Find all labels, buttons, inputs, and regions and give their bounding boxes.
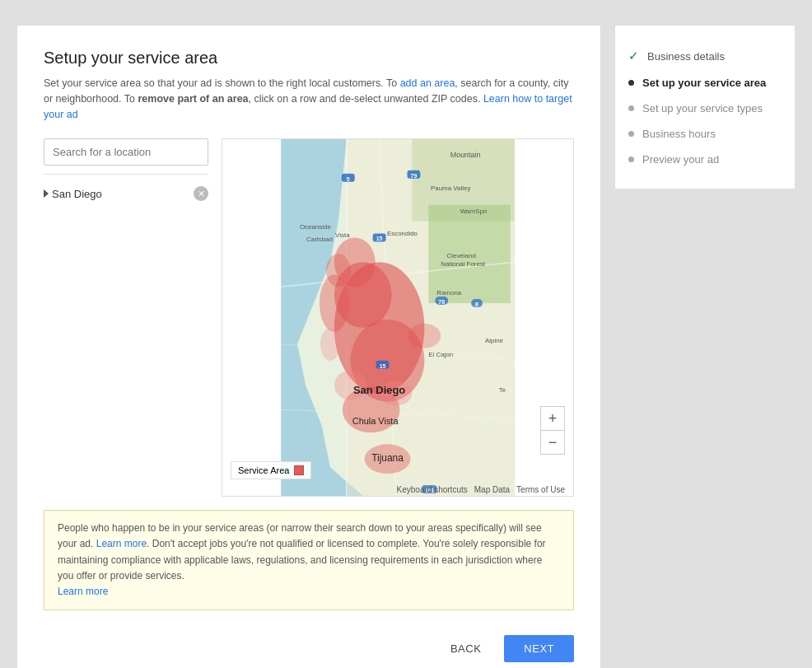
sidebar-card: ✓ Business details Set up your service a…	[614, 25, 796, 189]
learn-more-link1[interactable]: Learn more	[96, 538, 147, 549]
map-data-link[interactable]: Map Data	[474, 485, 510, 494]
legend-label: Service Area	[238, 465, 289, 475]
svg-text:WarnSpri: WarnSpri	[460, 208, 488, 215]
sidebar-item-hours: Business hours	[628, 121, 782, 147]
zoom-out-button[interactable]: −	[541, 431, 564, 454]
outer-wrapper: Setup your service area Set your service…	[16, 16, 796, 668]
svg-text:Cleveland: Cleveland	[446, 253, 475, 260]
svg-text:Escondido: Escondido	[387, 231, 418, 238]
desc-text1: Set your service area so that your ad is…	[44, 77, 400, 89]
map-svg: 5 79 15 Mountain Pauma Valley Oceanside …	[222, 139, 573, 496]
zoom-in-button[interactable]: +	[541, 407, 564, 430]
svg-text:Ramona: Ramona	[436, 289, 462, 297]
inactive-dot-2	[628, 131, 634, 137]
svg-text:Mountain: Mountain	[450, 151, 481, 159]
info-box: People who happen to be in your service …	[44, 510, 574, 610]
svg-text:Tijuana: Tijuana	[371, 452, 404, 464]
content-area: San Diego ✕	[44, 138, 574, 497]
terms-link[interactable]: Terms of Use	[516, 485, 565, 494]
svg-point-33	[326, 255, 351, 287]
remove-area-text: remove part of an area	[138, 93, 248, 105]
svg-text:National Forest: National Forest	[441, 261, 486, 269]
remove-location-button[interactable]: ✕	[194, 186, 208, 201]
sidebar-label-hours: Business hours	[642, 128, 716, 140]
desc-text3: , click on a row and de-select unwanted …	[249, 93, 483, 105]
svg-text:15: 15	[380, 363, 386, 369]
svg-point-35	[408, 324, 441, 348]
left-panel: San Diego ✕	[44, 138, 208, 497]
svg-text:Oceanside: Oceanside	[300, 224, 332, 231]
svg-text:Te: Te	[499, 386, 506, 394]
svg-text:15: 15	[376, 236, 383, 242]
svg-text:5: 5	[347, 176, 350, 182]
svg-text:79: 79	[411, 173, 418, 179]
svg-text:San Diego: San Diego	[353, 384, 405, 396]
location-item: San Diego ✕	[44, 183, 208, 204]
location-label: San Diego	[52, 188, 102, 200]
main-card: Setup your service area Set your service…	[16, 25, 601, 668]
add-area-link[interactable]: add an area	[400, 77, 455, 89]
page-title: Setup your service area	[44, 49, 574, 68]
svg-text:El Cajon: El Cajon	[428, 351, 453, 358]
svg-text:Vista: Vista	[335, 232, 350, 240]
learn-more-link2[interactable]: Learn more	[58, 586, 108, 597]
inactive-dot-3	[628, 156, 634, 162]
sidebar-label-service-types: Set up your service types	[642, 102, 763, 114]
svg-text:Chula Vista: Chula Vista	[352, 417, 399, 427]
footer-buttons: BACK NEXT	[44, 627, 574, 662]
map-controls: + −	[540, 406, 565, 455]
svg-text:78: 78	[438, 299, 445, 305]
svg-point-38	[320, 328, 340, 361]
sidebar-item-business-details: ✓ Business details	[628, 42, 782, 70]
description: Set your service area so that your ad is…	[44, 76, 574, 122]
map-area[interactable]: 5 79 15 Mountain Pauma Valley Oceanside …	[222, 138, 574, 497]
location-name: San Diego	[44, 188, 102, 200]
search-input[interactable]	[44, 138, 208, 166]
sidebar-label-service-area: Set up your service area	[642, 77, 766, 89]
divider	[44, 174, 208, 175]
keyboard-shortcuts-link[interactable]: Keyboard shortcuts	[397, 485, 468, 494]
inactive-dot-1	[628, 105, 634, 111]
svg-text:Alpine: Alpine	[485, 337, 504, 344]
sidebar-label-business-details: Business details	[647, 50, 725, 63]
sidebar-item-service-area: Set up your service area	[628, 70, 782, 96]
sidebar-item-preview: Preview your ad	[628, 147, 782, 172]
svg-text:Carlsbad: Carlsbad	[306, 236, 333, 244]
map-legend: Service Area	[231, 461, 311, 479]
check-icon: ✓	[628, 49, 639, 63]
legend-color	[294, 465, 304, 475]
back-button[interactable]: BACK	[434, 635, 497, 662]
next-button[interactable]: NEXT	[504, 635, 574, 662]
active-dot	[628, 80, 634, 86]
sidebar-item-service-types: Set up your service types	[628, 96, 782, 121]
map-footer: Keyboard shortcuts Map Data Terms of Use	[397, 485, 565, 494]
svg-text:8: 8	[475, 301, 478, 307]
expand-icon	[44, 189, 49, 198]
sidebar-label-preview: Preview your ad	[642, 153, 719, 166]
svg-text:Pauma Valley: Pauma Valley	[431, 185, 471, 192]
